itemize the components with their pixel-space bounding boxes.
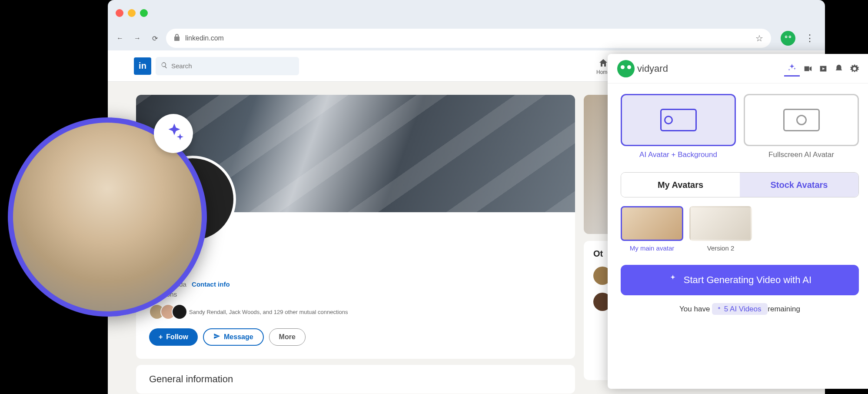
sparkle-badge-icon	[164, 123, 184, 147]
profile-location: ario, Canada Contact info	[149, 280, 562, 288]
mutual-connections-text[interactable]: Sandy Rendall, Jack Woods, and 129 other…	[189, 309, 348, 315]
svg-point-3	[789, 37, 790, 37]
reload-button[interactable]: ⟳	[149, 32, 161, 44]
mode-avatar-bg[interactable]: AI Avatar + Background	[621, 94, 736, 159]
camera-icon[interactable]	[800, 61, 815, 77]
contact-info-link[interactable]: Contact info	[192, 280, 230, 288]
maximize-window[interactable]	[140, 9, 148, 17]
forward-button[interactable]: →	[131, 32, 143, 44]
message-button[interactable]: Message	[203, 328, 264, 346]
send-icon	[213, 333, 220, 341]
tab-my-avatars[interactable]: My Avatars	[621, 173, 740, 197]
mode-fullscreen[interactable]: Fullscreen AI Avatar	[744, 94, 859, 159]
window-title-bar	[108, 0, 825, 26]
general-info-card: General information	[136, 365, 575, 394]
vidyard-logo[interactable]: vidyard	[617, 60, 668, 77]
address-bar[interactable]: linkedin.com ☆	[166, 29, 771, 48]
notifications-icon[interactable]	[831, 61, 847, 77]
profile-headline: at Titan	[149, 267, 562, 276]
search-input[interactable]	[171, 62, 294, 70]
vidyard-panel: vidyard AI Avatar + Background Fullscr	[608, 54, 868, 389]
linkedin-logo[interactable]: in	[134, 57, 151, 75]
vidyard-extension-icon[interactable]	[781, 31, 795, 46]
minimize-window[interactable]	[128, 9, 136, 17]
more-button[interactable]: More	[269, 328, 306, 346]
generate-video-button[interactable]: Start Generating Video with AI	[621, 265, 859, 295]
vidyard-brand-text: vidyard	[637, 63, 668, 74]
settings-icon[interactable]	[847, 61, 862, 77]
lock-icon	[174, 34, 180, 43]
mutual-avatars	[149, 304, 183, 320]
avatar-name: My main avatar	[621, 244, 683, 252]
browser-menu-icon[interactable]: ⋮	[801, 33, 819, 44]
library-icon[interactable]	[815, 61, 831, 77]
floating-avatar-overlay	[8, 117, 207, 317]
url-text: linkedin.com	[185, 34, 750, 42]
avatar-card-main[interactable]: My main avatar	[621, 206, 683, 252]
avatar-thumbnail	[621, 206, 683, 241]
vidyard-mascot-icon	[617, 60, 635, 77]
vidyard-header: vidyard	[608, 54, 868, 83]
search-icon	[161, 62, 168, 70]
credits-pill: 5 AI Videos	[712, 303, 768, 315]
sparkle-icon	[668, 274, 678, 286]
mode-label: Fullscreen AI Avatar	[744, 150, 859, 159]
bookmark-icon[interactable]: ☆	[755, 33, 763, 43]
profile-name: owe	[149, 251, 562, 266]
section-heading: General information	[149, 374, 562, 385]
browser-toolbar: ← → ⟳ linkedin.com ☆ ⋮	[108, 26, 825, 50]
plus-icon: +	[159, 333, 163, 341]
mode-label: AI Avatar + Background	[621, 150, 736, 159]
follow-button[interactable]: + Follow	[149, 328, 198, 346]
avatar-card-v2[interactable]: Version 2	[689, 206, 752, 252]
svg-point-2	[786, 37, 787, 37]
avatar-name: Version 2	[689, 244, 752, 252]
credits-remaining: You have 5 AI Videos remaining	[621, 305, 859, 314]
avatar-thumbnail	[689, 206, 752, 241]
linkedin-search[interactable]	[156, 57, 299, 75]
back-button[interactable]: ←	[114, 32, 126, 44]
ai-tab-icon[interactable]	[784, 61, 800, 77]
connections-count[interactable]: nnections	[149, 290, 562, 298]
close-window[interactable]	[116, 9, 123, 17]
tab-stock-avatars[interactable]: Stock Avatars	[740, 173, 858, 197]
